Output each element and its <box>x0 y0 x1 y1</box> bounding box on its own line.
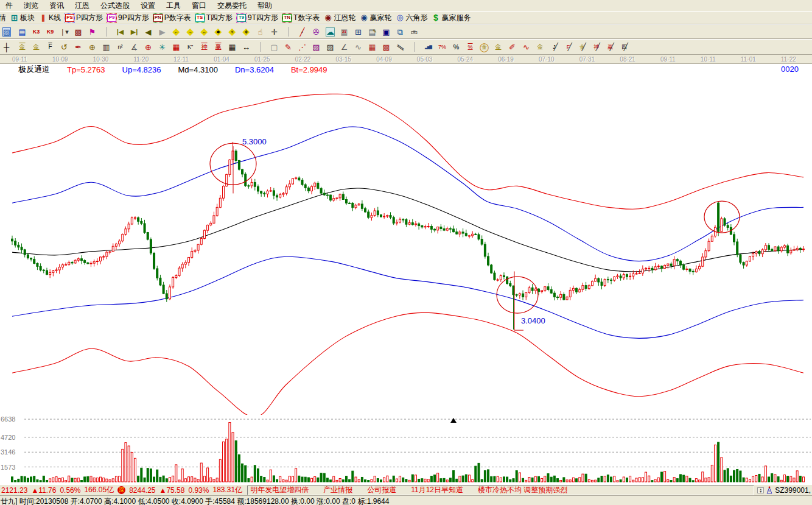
ying-tool-icon[interactable]: 赢 <box>212 41 225 53</box>
t-number-button[interactable]: TN T数字表 <box>282 13 320 23</box>
box-select-icon[interactable]: ▢ <box>268 41 281 53</box>
gann-gold-box-icon[interactable]: 金 <box>16 41 29 53</box>
smart-analysis-icon[interactable]: ☁ <box>324 26 337 38</box>
ying-line-icon[interactable]: 赢 ╱ <box>604 41 617 53</box>
pan-left-diamond-icon[interactable]: ◆ ← <box>170 26 183 38</box>
angle-icon[interactable]: ∡ <box>128 41 141 53</box>
zoom-out-diamond-icon[interactable]: ◆ ✱ <box>212 26 225 38</box>
spoke-wheel-icon[interactable]: ✳ <box>156 41 169 53</box>
spiral-icon[interactable]: ↺ <box>58 41 71 53</box>
network-icon[interactable]: ⧉ <box>394 26 407 38</box>
gann-gold-box2-icon[interactable]: 金 <box>30 41 43 53</box>
target-circle-icon[interactable]: ⊕ <box>142 41 155 53</box>
price-chart[interactable]: 5.30003.0400 <box>0 75 812 415</box>
si-line-icon[interactable]: 四 ╱ <box>618 41 631 53</box>
p9-square-button[interactable]: P9 9P四方形 <box>107 13 149 23</box>
menu-item[interactable]: 帮助 <box>252 0 278 12</box>
fib-f-icon[interactable]: F <box>44 41 57 53</box>
period-dropdown-icon[interactable]: ❘▾ <box>58 26 71 38</box>
gann-frame-tool-icon[interactable]: ✇ <box>310 26 323 38</box>
kline-button[interactable]: ∥ K线 <box>39 13 61 23</box>
gold-bars-icon[interactable]: 金 <box>492 41 505 53</box>
brush-icon[interactable]: ✒ <box>72 41 85 53</box>
hexagon-button[interactable]: ◎ 六角形 <box>396 13 427 23</box>
calculator-icon[interactable]: ⊞ <box>352 26 365 38</box>
notepad-icon[interactable]: ▤ ✎ <box>366 26 379 38</box>
k9-chart-icon[interactable]: K9 <box>44 26 57 38</box>
menu-item[interactable]: 件 <box>0 0 18 12</box>
calendar-icon[interactable]: ▦ 21 <box>338 26 351 38</box>
prev-bar-icon[interactable]: ◀ <box>142 26 155 38</box>
quote-fragment[interactable]: 情 <box>1 13 6 23</box>
hand-tool-icon[interactable]: ☝ <box>254 26 267 38</box>
red-grid-icon[interactable]: ▦ <box>366 41 379 53</box>
next-bar-icon[interactable]: ▶ <box>156 26 169 38</box>
save-icon[interactable]: ▣ <box>380 26 393 38</box>
market-view-icon[interactable]: ▨ <box>2 26 15 38</box>
wave-icon[interactable]: ∿ <box>520 41 533 53</box>
menu-item[interactable]: 公式选股 <box>95 0 135 12</box>
menu-item[interactable]: 江恩 <box>69 0 95 12</box>
percent-lines-icon[interactable]: % <box>464 41 477 53</box>
t-square-button[interactable]: TS T四方形 <box>195 13 233 23</box>
fan-box-dark-icon[interactable]: ▨ <box>324 41 337 53</box>
percent7-icon[interactable]: 7% <box>436 41 449 53</box>
percent-icon[interactable]: % <box>450 41 463 53</box>
separator[interactable] <box>408 41 421 53</box>
span-arrows-icon[interactable]: ↔ <box>240 41 253 53</box>
red-pen-icon[interactable]: ✎ <box>282 41 295 53</box>
first-bar-icon[interactable]: |◀ <box>114 26 127 38</box>
j-line-icon[interactable]: J ╱ <box>548 41 561 53</box>
separator[interactable] <box>100 26 113 38</box>
p-number-button[interactable]: PN P数字表 <box>153 13 191 23</box>
fit-all-diamond-icon[interactable]: ◆ ✥ <box>240 26 253 38</box>
news-ticker[interactable]: 明年发电望增四倍 产业情报 公司报道 11月12日早知道 楼市冷热不均 调整预期… <box>247 486 754 495</box>
k3-chart-icon[interactable]: K3 <box>30 26 43 38</box>
scroll-spinner[interactable]: ▴ ▾ <box>757 487 764 493</box>
f-line-icon[interactable]: F ╱ <box>562 41 575 53</box>
separator[interactable] <box>254 41 267 53</box>
shen-tool-icon[interactable]: 神 <box>198 41 211 53</box>
crosshair-tool-icon[interactable]: ✛ <box>268 26 281 38</box>
menu-item[interactable]: 工具 <box>161 0 186 12</box>
parallel-lines-icon[interactable]: ∥ <box>394 41 407 53</box>
printer-icon[interactable]: ▭ ≣ <box>408 26 421 38</box>
compress-diamond-icon[interactable]: ◆ ↔ <box>198 26 211 38</box>
ruler-ticks-icon[interactable]: ▥ <box>100 41 113 53</box>
gold-circle-icon[interactable]: 金 ◯ <box>478 41 491 53</box>
blocks-button[interactable]: ⊞ 板块 <box>10 13 35 23</box>
fan-box-purple-icon[interactable]: ▨ <box>310 41 323 53</box>
menu-item[interactable]: 资讯 <box>44 0 69 12</box>
winner-service-button[interactable]: $ 赢家服务 <box>432 13 471 23</box>
menu-item[interactable]: 设置 <box>135 0 161 12</box>
zoom-in-diamond-icon[interactable]: ◆ ✳ <box>226 26 239 38</box>
k-quote-icon[interactable]: K" <box>184 41 197 53</box>
winner-wheel-button[interactable]: ◉ 赢家轮 <box>360 13 391 23</box>
menu-item[interactable]: 窗口 <box>186 0 212 12</box>
gold-plain-icon[interactable]: 金 <box>534 41 547 53</box>
menu-item[interactable]: 交易委托 <box>212 0 252 12</box>
n-square-icon[interactable]: n² <box>114 41 127 53</box>
separator[interactable] <box>282 26 295 38</box>
pattern-icon[interactable]: ▩ <box>72 26 85 38</box>
red-grid2-icon[interactable]: ▩ <box>380 41 393 53</box>
angle-fan-icon[interactable]: ∠ <box>338 41 351 53</box>
p-square-button[interactable]: PS P四方形 <box>65 13 103 23</box>
info-doc-icon[interactable]: ▤ <box>16 26 29 38</box>
grid-box-icon[interactable]: ▦ <box>170 41 183 53</box>
gann-wheel-button[interactable]: ◉ 江恩轮 <box>324 13 355 23</box>
pan-right-diamond-icon[interactable]: ◆ → <box>184 26 197 38</box>
spinner-down-icon[interactable]: ▾ <box>758 490 763 493</box>
trendline-tool-icon[interactable]: ╱ ∘ <box>296 26 309 38</box>
circle-ruler-icon[interactable]: ⊕ <box>86 41 99 53</box>
t9-square-button[interactable]: T9 9T四方形 <box>237 13 278 23</box>
menu-item[interactable]: 浏览 <box>18 0 44 12</box>
fan-lines-red-icon[interactable]: ⋰ <box>296 41 309 53</box>
measure-pen-icon[interactable]: ✐ <box>506 41 519 53</box>
matrix-icon[interactable]: ▦ <box>226 41 239 53</box>
gold-line-icon[interactable]: 金 ╱ <box>576 41 589 53</box>
stats-bars-icon[interactable]: ▂▅▇ <box>422 41 435 53</box>
cross-tool-icon[interactable]: ┼ <box>2 41 15 53</box>
shen-line-icon[interactable]: 神 ╱ <box>590 41 603 53</box>
sort-flag-icon[interactable]: ⚑ <box>86 26 99 38</box>
